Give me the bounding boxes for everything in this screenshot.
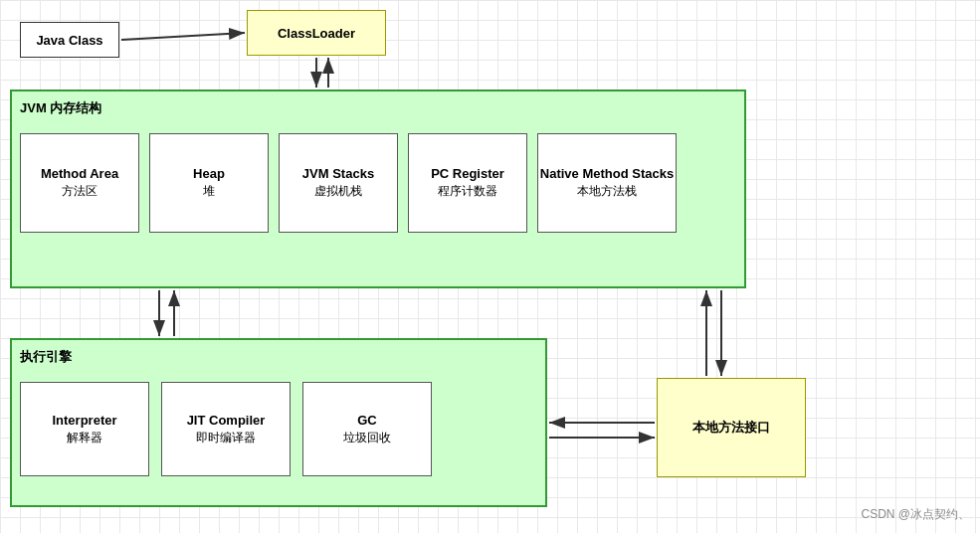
pc-register-box: PC Register 程序计数器 xyxy=(408,133,527,233)
jvm-memory-label: JVM 内存结构 xyxy=(20,99,101,117)
jvm-stacks-cn: 虚拟机栈 xyxy=(314,183,362,200)
exec-engine-label: 执行引擎 xyxy=(20,348,72,366)
interpreter-cn: 解释器 xyxy=(67,430,102,446)
exec-engine-box: 执行引擎 Interpreter 解释器 JIT Compiler 即时编译器 … xyxy=(10,338,547,507)
classloader-label: ClassLoader xyxy=(278,26,355,41)
method-area-en: Method Area xyxy=(41,166,118,181)
jvm-stacks-box: JVM Stacks 虚拟机栈 xyxy=(279,133,398,233)
jvm-stacks-en: JVM Stacks xyxy=(302,166,374,181)
interpreter-box: Interpreter 解释器 xyxy=(20,382,149,476)
heap-cn: 堆 xyxy=(203,183,215,200)
native-interface-label: 本地方法接口 xyxy=(692,419,770,437)
diagram-area: Java Class ClassLoader JVM 内存结构 Method A… xyxy=(0,0,980,533)
method-area-cn: 方法区 xyxy=(62,183,98,200)
gc-en: GC xyxy=(357,413,377,428)
interpreter-en: Interpreter xyxy=(52,413,116,428)
jvm-memory-items: Method Area 方法区 Heap 堆 JVM Stacks 虚拟机栈 P… xyxy=(20,133,677,233)
native-interface-box: 本地方法接口 xyxy=(657,378,806,477)
heap-box: Heap 堆 xyxy=(149,133,269,233)
jit-compiler-cn: 即时编译器 xyxy=(196,430,256,446)
gc-cn: 垃圾回收 xyxy=(343,430,391,446)
pc-register-en: PC Register xyxy=(431,166,504,181)
gc-box: GC 垃圾回收 xyxy=(302,382,432,476)
pc-register-cn: 程序计数器 xyxy=(438,183,497,200)
java-class-box: Java Class xyxy=(20,22,119,58)
java-to-classloader-arrow xyxy=(121,33,245,40)
method-area-box: Method Area 方法区 xyxy=(20,133,139,233)
jit-compiler-box: JIT Compiler 即时编译器 xyxy=(161,382,291,476)
native-method-stacks-en: Native Method Stacks xyxy=(540,166,674,181)
native-method-stacks-cn: 本地方法栈 xyxy=(577,183,637,200)
jit-compiler-en: JIT Compiler xyxy=(187,413,266,428)
exec-engine-items: Interpreter 解释器 JIT Compiler 即时编译器 GC 垃圾… xyxy=(20,382,432,476)
native-method-stacks-box: Native Method Stacks 本地方法栈 xyxy=(537,133,677,233)
watermark: CSDN @冰点契约、 xyxy=(861,506,970,523)
java-class-label: Java Class xyxy=(36,33,102,48)
heap-en: Heap xyxy=(193,166,225,181)
jvm-memory-box: JVM 内存结构 Method Area 方法区 Heap 堆 JVM Stac… xyxy=(10,89,746,288)
classloader-box: ClassLoader xyxy=(247,10,386,56)
